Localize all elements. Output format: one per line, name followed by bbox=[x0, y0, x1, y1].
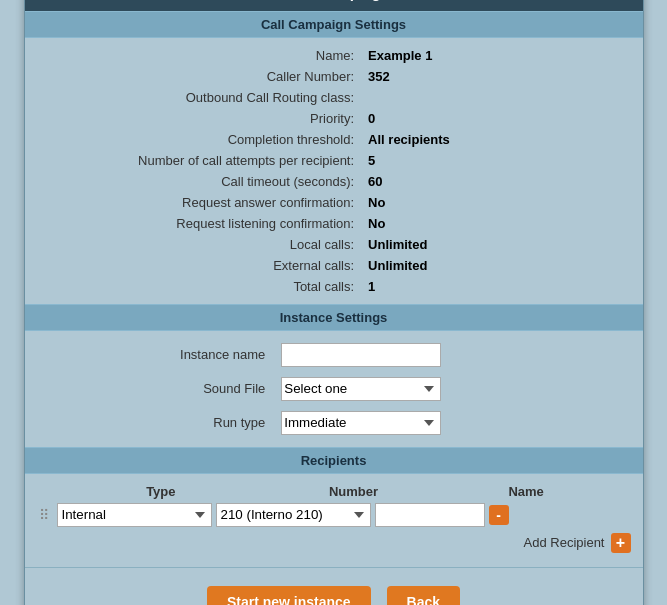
table-row: Priority: 0 bbox=[37, 109, 631, 128]
table-row: Total calls: 1 bbox=[37, 277, 631, 296]
start-new-instance-button[interactable]: Start new instance bbox=[207, 586, 371, 606]
instance-settings-table: Instance name Sound File Select one Run … bbox=[25, 331, 643, 447]
field-label: Request answer confirmation: bbox=[37, 193, 363, 212]
field-label: Caller Number: bbox=[37, 67, 363, 86]
sound-file-label: Sound File bbox=[47, 373, 276, 405]
field-label: Local calls: bbox=[37, 235, 363, 254]
table-row: Number of call attempts per recipient: 5 bbox=[37, 151, 631, 170]
field-label: External calls: bbox=[37, 256, 363, 275]
col-name-header: Name bbox=[466, 484, 586, 499]
field-label: Name: bbox=[37, 46, 363, 65]
field-value: No bbox=[364, 214, 630, 233]
recipient-row: ⠿ Internal External 210 (Interno 210) - bbox=[35, 501, 633, 529]
add-recipient-row: Add Recipient + bbox=[35, 529, 633, 557]
field-label: Number of call attempts per recipient: bbox=[37, 151, 363, 170]
field-value: Unlimited bbox=[364, 256, 630, 275]
instance-name-label: Instance name bbox=[47, 339, 276, 371]
field-value: 60 bbox=[364, 172, 630, 191]
campaign-settings-table: Name: Example 1 Caller Number: 352 Outbo… bbox=[25, 38, 643, 304]
section-header-instance: Instance Settings bbox=[25, 304, 643, 331]
recipients-section: Type Number Name ⠿ Internal External 210… bbox=[25, 474, 643, 563]
field-value: 352 bbox=[364, 67, 630, 86]
col-type-header: Type bbox=[81, 484, 241, 499]
field-label: Request listening confirmation: bbox=[37, 214, 363, 233]
recipient-number-select[interactable]: 210 (Interno 210) bbox=[216, 503, 371, 527]
field-value: Example 1 bbox=[364, 46, 630, 65]
table-row: Name: Example 1 bbox=[37, 46, 631, 65]
field-value: Unlimited bbox=[364, 235, 630, 254]
add-recipient-button[interactable]: + bbox=[611, 533, 631, 553]
field-value: 5 bbox=[364, 151, 630, 170]
field-value: 1 bbox=[364, 277, 630, 296]
table-row: Instance name bbox=[47, 339, 621, 371]
remove-recipient-button[interactable]: - bbox=[489, 505, 509, 525]
section-header-recipients: Recipients bbox=[25, 447, 643, 474]
dialog: Start New Call Campaign Instance Call Ca… bbox=[24, 0, 644, 605]
back-button[interactable]: Back bbox=[387, 586, 460, 606]
field-label: Outbound Call Routing class: bbox=[37, 88, 363, 107]
drag-handle-icon[interactable]: ⠿ bbox=[35, 507, 53, 523]
footer-buttons: Start new instance Back bbox=[25, 572, 643, 606]
table-row: External calls: Unlimited bbox=[37, 256, 631, 275]
run-type-select[interactable]: Immediate Scheduled bbox=[281, 411, 441, 435]
field-value: All recipients bbox=[364, 130, 630, 149]
table-row: Request answer confirmation: No bbox=[37, 193, 631, 212]
table-row: Caller Number: 352 bbox=[37, 67, 631, 86]
divider bbox=[25, 567, 643, 568]
recipient-name-input[interactable] bbox=[375, 503, 485, 527]
field-label: Completion threshold: bbox=[37, 130, 363, 149]
table-row: Local calls: Unlimited bbox=[37, 235, 631, 254]
field-value: No bbox=[364, 193, 630, 212]
instance-name-input[interactable] bbox=[281, 343, 441, 367]
field-label: Call timeout (seconds): bbox=[37, 172, 363, 191]
table-row: Call timeout (seconds): 60 bbox=[37, 172, 631, 191]
recipients-columns-header: Type Number Name bbox=[35, 480, 633, 501]
add-recipient-label: Add Recipient bbox=[524, 535, 605, 550]
field-label: Priority: bbox=[37, 109, 363, 128]
table-row: Completion threshold: All recipients bbox=[37, 130, 631, 149]
table-row: Run type Immediate Scheduled bbox=[47, 407, 621, 439]
run-type-label: Run type bbox=[47, 407, 276, 439]
table-row: Request listening confirmation: No bbox=[37, 214, 631, 233]
section-header-campaign: Call Campaign Settings bbox=[25, 11, 643, 38]
sound-file-select[interactable]: Select one bbox=[281, 377, 441, 401]
field-value bbox=[364, 88, 630, 107]
col-number-header: Number bbox=[273, 484, 433, 499]
table-row: Sound File Select one bbox=[47, 373, 621, 405]
dialog-title: Start New Call Campaign Instance bbox=[25, 0, 643, 11]
table-row: Outbound Call Routing class: bbox=[37, 88, 631, 107]
field-value: 0 bbox=[364, 109, 630, 128]
recipient-type-select[interactable]: Internal External bbox=[57, 503, 212, 527]
field-label: Total calls: bbox=[37, 277, 363, 296]
